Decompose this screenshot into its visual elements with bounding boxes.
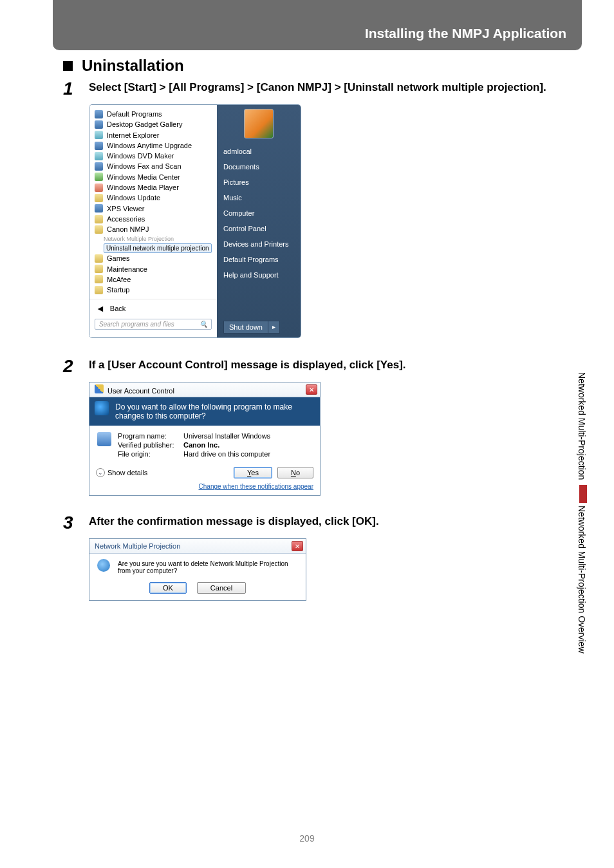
program-folder[interactable]: McAfee — [89, 274, 217, 285]
program-item[interactable]: Default Programs — [89, 109, 217, 119]
close-icon[interactable]: ✕ — [292, 541, 303, 551]
program-folder[interactable]: Accessories — [89, 214, 217, 224]
right-pane-item[interactable]: Help and Support — [223, 267, 294, 283]
yes-button[interactable]: Yes — [234, 467, 272, 478]
side-tab-labels: Networked Multi-Projection Networked Mul… — [577, 372, 587, 656]
no-button[interactable]: No — [277, 467, 313, 478]
step-2: 2 If a [User Account Control] message is… — [63, 356, 561, 375]
confirm-dialog: Network Multiple Projection ✕ Are you su… — [89, 538, 306, 601]
step-number: 3 — [63, 513, 89, 532]
program-icon — [95, 194, 103, 202]
program-item[interactable]: Windows Media Player — [89, 182, 217, 193]
program-item[interactable]: Windows DVD Maker — [89, 151, 217, 161]
uninstall-network-multiple-projection[interactable]: Uninstall network multiple projection — [104, 243, 212, 253]
shield-icon — [95, 384, 104, 393]
right-pane-item[interactable]: Music — [223, 190, 294, 205]
program-icon — [95, 110, 103, 118]
page-header: Installing the NMPJ Application — [53, 0, 582, 50]
program-item[interactable]: Internet Explorer — [89, 130, 217, 140]
program-item[interactable]: Windows Update — [89, 193, 217, 203]
square-bullet-icon — [63, 61, 73, 71]
program-icon — [95, 204, 103, 212]
start-menu-right-pane: admlocal Documents Pictures Music Comput… — [217, 105, 301, 337]
step-3: 3 After the confirmation message is disp… — [63, 513, 561, 532]
program-folder-canon[interactable]: Canon NMPJ — [89, 224, 217, 234]
program-icon — [95, 162, 103, 171]
uac-footer: ⌄ Show details Yes No — [89, 463, 320, 482]
start-menu-screenshot: Default Programs Desktop Gadget Gallery … — [89, 104, 301, 338]
close-icon[interactable]: ✕ — [306, 384, 317, 395]
step-number: 2 — [63, 356, 89, 375]
chevron-right-icon[interactable]: ▸ — [268, 321, 280, 334]
program-item[interactable]: Desktop Gadget Gallery — [89, 119, 217, 129]
folder-icon — [95, 275, 103, 283]
program-subitem[interactable]: Network Multiple Projection — [89, 235, 217, 244]
program-icon — [95, 120, 103, 129]
ok-button[interactable]: OK — [149, 582, 187, 594]
shield-icon — [95, 401, 109, 415]
confirm-titlebar: Network Multiple Projection ✕ — [89, 539, 306, 554]
folder-icon — [95, 225, 103, 234]
program-icon — [95, 184, 103, 192]
program-folder[interactable]: Games — [89, 253, 217, 263]
right-pane-item[interactable]: Devices and Printers — [223, 236, 294, 252]
program-folder[interactable]: Maintenance — [89, 264, 217, 274]
start-menu-programs-pane: Default Programs Desktop Gadget Gallery … — [89, 105, 217, 337]
page-number: 209 — [0, 833, 614, 844]
back-arrow-icon: ◄ — [96, 303, 105, 314]
folder-icon — [95, 215, 103, 223]
side-label-1: Networked Multi-Projection — [577, 372, 587, 480]
section-heading: Uninstallation — [63, 57, 561, 75]
step-1: 1 Select [Start] > [All Programs] > [Can… — [63, 79, 561, 98]
cancel-button[interactable]: Cancel — [197, 582, 246, 594]
right-pane-item[interactable]: Pictures — [223, 175, 294, 190]
program-item[interactable]: XPS Viewer — [89, 203, 217, 214]
folder-icon — [95, 265, 103, 273]
step-text: After the confirmation message is displa… — [89, 513, 561, 532]
search-icon: 🔍 — [200, 321, 207, 328]
program-item[interactable]: Windows Anytime Upgrade — [89, 140, 217, 151]
side-tab-marker — [579, 485, 587, 503]
uac-dialog: User Account Control ✕ Do you want to al… — [89, 382, 321, 496]
program-folder[interactable]: Startup — [89, 285, 217, 295]
show-details-toggle[interactable]: ⌄ Show details — [96, 468, 147, 477]
folder-icon — [95, 254, 103, 263]
search-input[interactable]: Search programs and files 🔍 — [95, 319, 212, 330]
question-icon — [97, 559, 110, 572]
program-item[interactable]: Windows Media Center — [89, 172, 217, 182]
program-icon — [95, 142, 103, 150]
page-content: Uninstallation 1 Select [Start] > [All P… — [63, 57, 561, 601]
user-name[interactable]: admlocal — [223, 144, 294, 159]
side-label-2: Networked Multi-Projection Overview — [577, 505, 587, 654]
right-pane-item[interactable]: Default Programs — [223, 252, 294, 267]
section-heading-text: Uninstallation — [82, 57, 184, 75]
uac-settings-link[interactable]: Change when these notifications appear — [89, 482, 320, 495]
uac-titlebar: User Account Control ✕ — [89, 382, 320, 397]
uac-body: Program name:Universal Installer Windows… — [89, 426, 320, 463]
right-pane-item[interactable]: Control Panel — [223, 221, 294, 236]
shutdown-button[interactable]: Shut down ▸ — [223, 321, 294, 334]
back-button[interactable]: ◄ Back — [89, 299, 217, 315]
step-text: If a [User Account Control] message is d… — [89, 356, 561, 375]
chevron-down-icon: ⌄ — [96, 468, 105, 477]
confirm-body: Are you sure you want to delete Network … — [89, 554, 306, 580]
program-icon — [95, 131, 103, 139]
step-number: 1 — [63, 79, 89, 98]
program-item[interactable]: Windows Fax and Scan — [89, 161, 217, 171]
right-pane-item[interactable]: Computer — [223, 205, 294, 221]
right-pane-item[interactable]: Documents — [223, 159, 294, 175]
folder-icon — [95, 286, 103, 294]
application-icon — [97, 432, 111, 446]
user-avatar — [244, 109, 274, 138]
search-placeholder: Search programs and files — [99, 321, 174, 328]
uac-question: Do you want to allow the following progr… — [89, 397, 320, 426]
program-icon — [95, 152, 103, 160]
step-text: Select [Start] > [All Programs] > [Canon… — [89, 79, 561, 98]
program-icon — [95, 173, 103, 181]
page-header-title: Installing the NMPJ Application — [365, 26, 566, 41]
